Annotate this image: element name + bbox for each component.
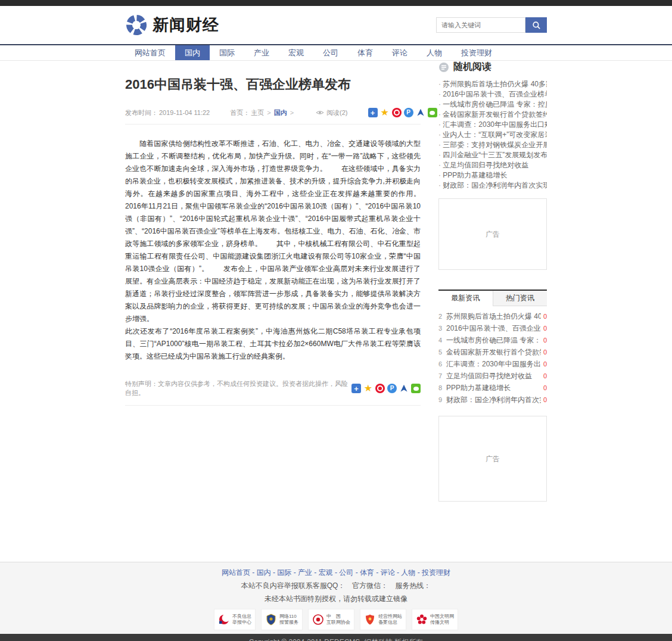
nav-item-international[interactable]: 国际 [210, 45, 244, 60]
sina-weibo-icon[interactable] [375, 384, 385, 393]
table-row[interactable]: 7 立足均值回归寻找绝对收益 0 [438, 370, 547, 382]
footer-link[interactable]: 产业 [298, 568, 319, 577]
news-title[interactable]: PPP助力基建稳增长 [446, 382, 541, 394]
list-item[interactable]: 金砖国家新开发银行首个贷款签约项目落 [438, 110, 547, 120]
site-logo[interactable]: 新闻财经 [125, 14, 219, 36]
badge-civilization-net[interactable]: 中国文明网 传播文明 [412, 609, 458, 630]
comment-count: 0 [543, 322, 547, 334]
comment-count: 0 [543, 370, 547, 382]
copyright-text: Copyright © 2004-2011 DEDECMS. 织梦科技 版权所有 [249, 638, 424, 641]
sidebar: 随机阅读 苏州限购后首场土拍仍火爆 40多家房企参 2016中国吊装十强、百强企… [438, 61, 547, 502]
random-read-title: 随机阅读 [453, 61, 491, 73]
article-paragraph: 随着国家供给侧结构性改革不断推进，石油、化工、电力、冶金、交通建设等领域的大型施… [125, 138, 421, 325]
wechat-icon[interactable] [411, 384, 421, 393]
disclaimer-text: 特别声明：文章内容仅供参考，不构成任何投资建议。投资者据此操作，风险自担。 [125, 379, 351, 397]
logo-pinwheel-icon [125, 14, 148, 36]
logo-text: 新闻财经 [153, 14, 219, 36]
tab-latest-news[interactable]: 最新资讯 [438, 291, 493, 306]
news-title[interactable]: 财政部：国企净利润年内首次实现利润同 [446, 394, 541, 406]
table-row[interactable]: 9 财政部：国企净利润年内首次实现利润同 0 [438, 394, 547, 406]
nav-item-people[interactable]: 人物 [417, 45, 452, 60]
nav-item-industry[interactable]: 产业 [244, 45, 279, 60]
share-more-icon[interactable] [368, 108, 378, 117]
p-share-icon[interactable] [387, 384, 397, 393]
list-item[interactable]: 一线城市房价确已降温 专家：控房价力度 [438, 99, 547, 110]
footer-link[interactable]: 网站首页 [222, 568, 257, 577]
list-item[interactable]: 苏州限购后首场土拍仍火爆 40多家房企参 [438, 79, 547, 89]
qzone-star-icon[interactable] [363, 384, 373, 393]
qzone-star-icon[interactable] [380, 108, 390, 117]
table-row[interactable]: 2 苏州限购后首场土拍仍火爆 40多家房企参 0 [438, 310, 547, 322]
nav-item-home[interactable]: 网站首页 [125, 45, 175, 60]
copyright-bar: Copyright © 2004-2011 DEDECMS. 织梦科技 版权所有 [0, 634, 672, 641]
eye-icon [316, 110, 324, 116]
table-row[interactable]: 8 PPP助力基建稳增长 0 [438, 382, 547, 394]
table-row[interactable]: 3 2016中国吊装十强、百强企业榜单发布 0 [438, 322, 547, 334]
tab-hot-news[interactable]: 热门资讯 [493, 291, 547, 306]
news-title[interactable]: 立足均值回归寻找绝对收益 [446, 370, 541, 382]
article-body: 随着国家供给侧结构性改革不断推进，石油、化工、电力、冶金、交通建设等领域的大型施… [125, 138, 421, 363]
random-read-header: 随机阅读 [438, 61, 547, 73]
search-button[interactable] [525, 17, 547, 33]
table-row[interactable]: 6 汇丰调查：2030年中国服务出口规模预计将 0 [438, 358, 547, 370]
random-read-icon [438, 62, 449, 73]
rank-number: 7 [438, 370, 446, 382]
main-nav: 网站首页 国内 国际 产业 宏观 公司 体育 评论 人物 投资理财 [0, 45, 672, 61]
breadcrumb: 首页： 主页 > 国内 > [230, 108, 295, 117]
sina-weibo-icon[interactable] [392, 108, 402, 117]
comment-count: 0 [543, 358, 547, 370]
search-input[interactable] [436, 17, 525, 33]
nav-item-company[interactable]: 公司 [313, 45, 348, 60]
table-row[interactable]: 5 金砖国家新开发银行首个贷款签约项目落 0 [438, 346, 547, 358]
breadcrumb-home-link[interactable]: 主页 [251, 108, 264, 117]
report-crescent-icon [218, 614, 230, 626]
list-item[interactable]: 财政部：国企净利润年内首次实现利润同 [438, 181, 547, 191]
footer-link[interactable]: 国际 [277, 568, 298, 577]
publish-time: 发布时间： 2019-11-04 11:22 [125, 108, 210, 117]
list-item[interactable]: 四川金融业“十三五”发展规划发布 [438, 150, 547, 160]
list-item[interactable]: 业内人士：“互联网+”可改变家居装饰产 [438, 130, 547, 140]
footer-link[interactable]: 人物 [401, 568, 422, 577]
share-bar-bottom [351, 384, 421, 393]
breadcrumb-category-link[interactable]: 国内 [274, 108, 287, 117]
news-title[interactable]: 汇丰调查：2030年中国服务出口规模预计将 [446, 358, 541, 370]
nav-item-domestic[interactable]: 国内 [175, 45, 210, 60]
footer-link[interactable]: 公司 [339, 568, 360, 577]
wechat-icon[interactable] [428, 108, 437, 117]
search-icon [532, 21, 541, 30]
list-item[interactable]: 2016中国吊装十强、百强企业榜单发布 [438, 89, 547, 99]
badge-police-110[interactable]: 网络110 报警服务 [261, 609, 303, 630]
list-item[interactable]: 三部委：支持对钢铁煤炭企业开展市场化 [438, 140, 547, 150]
red-shield-icon [364, 614, 376, 626]
rank-number: 4 [438, 334, 446, 346]
p-share-icon[interactable] [404, 108, 413, 117]
nav-item-macro[interactable]: 宏观 [279, 45, 313, 60]
news-title[interactable]: 金砖国家新开发银行首个贷款签约项目落 [446, 346, 541, 358]
news-title[interactable]: 2016中国吊装十强、百强企业榜单发布 [446, 322, 541, 334]
list-item[interactable]: 立足均值回归寻找绝对收益 [438, 160, 547, 170]
footer-nav-links: 网站首页国内国际产业宏观公司体育评论人物投资理财 [0, 568, 672, 578]
footer-link[interactable]: 体育 [360, 568, 381, 577]
share-more-icon[interactable] [351, 384, 361, 393]
news-title[interactable]: 苏州限购后首场土拍仍火爆 40多家房企参 [446, 310, 541, 322]
table-row[interactable]: 4 一线城市房价确已降温 专家：控房价力度 0 [438, 334, 547, 346]
list-item[interactable]: PPP助力基建稳增长 [438, 170, 547, 181]
list-item[interactable]: 汇丰调查：2030年中国服务出口规模预计将 [438, 120, 547, 130]
footer-link[interactable]: 投资理财 [422, 568, 450, 577]
news-title[interactable]: 一线城市房价确已降温 专家：控房价力度 [446, 334, 541, 346]
tencent-weibo-icon[interactable] [399, 384, 409, 393]
header: 新闻财经 [0, 6, 672, 45]
nav-item-invest[interactable]: 投资理财 [452, 45, 502, 60]
footer-link[interactable]: 宏观 [319, 568, 340, 577]
nav-item-comment[interactable]: 评论 [382, 45, 417, 60]
tencent-weibo-icon[interactable] [416, 108, 425, 117]
nav-item-sports[interactable]: 体育 [348, 45, 382, 60]
red-flower-icon [416, 614, 428, 626]
article-paragraph: 此次还发布了“2016年度吊装工程案例奖”，中海油惠州炼化二期C58塔吊装工程专… [125, 325, 421, 363]
footer-link[interactable]: 评论 [381, 568, 402, 577]
footer-link[interactable]: 国内 [257, 568, 278, 577]
round-stamp-icon [312, 614, 324, 626]
badge-internet-society[interactable]: 中 国 互联网协会 [308, 609, 354, 630]
badge-site-record[interactable]: 经营性网站 备案信息 [360, 609, 406, 630]
badge-report-center[interactable]: 不良信息 举报中心 [214, 609, 256, 630]
